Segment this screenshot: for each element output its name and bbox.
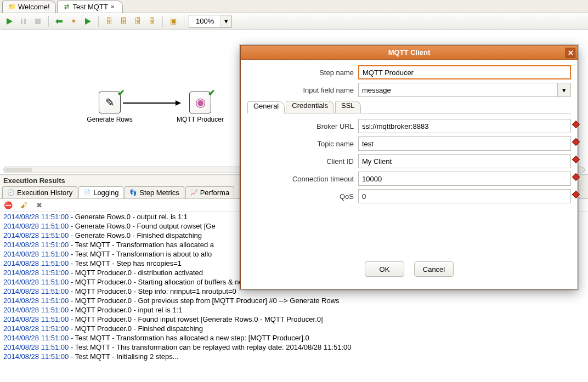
- close-icon: ✕: [568, 49, 574, 57]
- log-line: 2014/08/28 11:51:00 - MQTT Producer.0 - …: [3, 315, 585, 324]
- panel-icon: ▣: [170, 17, 177, 25]
- node-label: Generate Rows: [87, 116, 132, 123]
- tab-label: Test MQTT: [73, 3, 108, 11]
- qos-input[interactable]: [358, 189, 571, 203]
- pause-button[interactable]: [18, 15, 30, 27]
- zoom-value: 100%: [189, 17, 220, 25]
- sql-button[interactable]: 🗄: [132, 15, 144, 27]
- main-toolbar: ✶ 🗄 🗄 🗄 🗄 ▣ 100% ▾: [0, 13, 588, 30]
- client-id-label: Client ID: [247, 157, 358, 166]
- svg-marker-0: [7, 18, 13, 25]
- check-icon: ✔: [208, 88, 215, 98]
- stop-button[interactable]: [32, 15, 44, 27]
- tab-test-mqtt[interactable]: ⇄ Test MQTT ✕: [57, 1, 123, 13]
- chevron-down-icon[interactable]: ▾: [220, 15, 231, 27]
- log-icon: 📄: [83, 189, 91, 197]
- dialog-titlebar[interactable]: MQTT Client ✕: [241, 45, 578, 60]
- chevron-down-icon[interactable]: ▾: [558, 83, 571, 97]
- db-search-icon: 🗄: [149, 17, 156, 25]
- log-tools-button[interactable]: ✖: [34, 201, 44, 210]
- svg-rect-2: [24, 19, 26, 24]
- broker-url-input[interactable]: [358, 119, 571, 133]
- footprint-icon: 👣: [129, 189, 137, 197]
- cancel-button[interactable]: Cancel: [414, 261, 454, 277]
- db-sql-icon: 🗄: [134, 17, 142, 25]
- dialog-title: MQTT Client: [388, 48, 431, 56]
- client-id-input[interactable]: [358, 154, 571, 168]
- swirl-icon: ◉: [195, 95, 206, 110]
- qos-label: QoS: [247, 192, 358, 201]
- bug-icon: ✶: [71, 17, 77, 25]
- tab-step-metrics[interactable]: 👣Step Metrics: [125, 186, 184, 198]
- db-check-icon: 🗄: [120, 17, 127, 25]
- step-name-input[interactable]: [358, 65, 571, 79]
- transformation-icon: ⇄: [63, 3, 71, 11]
- replay-button[interactable]: [82, 15, 94, 27]
- history-icon: 🕘: [7, 189, 15, 197]
- log-line: 2014/08/28 11:51:00 - MQTT Producer.0 - …: [3, 305, 585, 315]
- log-line: 2014/08/28 11:51:00 - Test MQTT - Transf…: [3, 333, 585, 343]
- chart-icon: 📈: [190, 189, 198, 197]
- svg-rect-1: [21, 19, 22, 24]
- svg-rect-3: [35, 19, 41, 24]
- tab-general[interactable]: General: [247, 101, 285, 113]
- step-name-label: Step name: [247, 69, 358, 77]
- topic-name-input[interactable]: [358, 136, 571, 151]
- input-field-name-label: Input field name: [247, 86, 358, 94]
- tab-label: Welcome!: [18, 3, 50, 11]
- node-label: MQTT Producer: [177, 116, 224, 123]
- connection-timeout-input[interactable]: [358, 172, 571, 186]
- log-line: 2014/08/28 11:51:00 - MQTT Producer.0 - …: [3, 296, 585, 305]
- folder-icon: 📁: [8, 3, 16, 11]
- pencil-icon: ✎: [105, 96, 115, 109]
- editor-tabs: 📁 Welcome! ⇄ Test MQTT ✕: [0, 0, 588, 13]
- node-generate-rows[interactable]: ✎✔ Generate Rows: [96, 92, 123, 123]
- ok-button[interactable]: OK: [365, 261, 404, 277]
- connection-timeout-label: Connection timeout: [247, 175, 358, 183]
- clear-log-button[interactable]: ⛔: [3, 201, 13, 210]
- mqtt-client-dialog: MQTT Client ✕ Step name Input field name…: [240, 45, 578, 289]
- explore-button[interactable]: 🗄: [146, 15, 158, 27]
- node-mqtt-producer[interactable]: ◉✔ MQTT Producer: [186, 92, 214, 123]
- tab-logging[interactable]: 📄Logging: [78, 186, 123, 198]
- log-settings-button[interactable]: 🖌: [19, 201, 29, 210]
- impact-button[interactable]: 🗄: [117, 15, 129, 27]
- check-icon: ✔: [117, 88, 125, 98]
- brush-icon: 🖌: [20, 201, 27, 209]
- topic-name-label: Topic name: [247, 140, 358, 148]
- tab-performance-graph[interactable]: 📈Performa: [185, 186, 234, 198]
- broker-url-label: Broker URL: [247, 122, 358, 130]
- tab-credentials[interactable]: Credentials: [286, 101, 334, 113]
- dialog-inner-tabs: General Credentials SSL: [247, 100, 571, 113]
- preview-button[interactable]: [53, 15, 65, 27]
- zoom-combo[interactable]: 100% ▾: [189, 15, 232, 28]
- log-line: 2014/08/28 11:51:00 - MQTT Producer.0 - …: [3, 324, 585, 333]
- show-results-button[interactable]: ▣: [167, 15, 179, 27]
- hop-arrow[interactable]: [123, 102, 180, 104]
- tab-execution-history[interactable]: 🕘Execution History: [2, 186, 77, 198]
- input-field-name-combo[interactable]: [358, 83, 558, 97]
- stop-circle-icon: ⛔: [4, 201, 13, 209]
- tab-welcome[interactable]: 📁 Welcome!: [2, 1, 56, 13]
- tools-icon: ✖: [36, 201, 42, 209]
- verify-button[interactable]: 🗄: [103, 15, 115, 27]
- db-icon: 🗄: [106, 17, 113, 25]
- run-button[interactable]: [3, 15, 15, 27]
- tab-ssl[interactable]: SSL: [335, 101, 361, 113]
- close-button[interactable]: ✕: [566, 48, 575, 58]
- debug-button[interactable]: ✶: [67, 15, 80, 27]
- log-line: 2014/08/28 11:51:00 - Test MQTT - This t…: [3, 343, 585, 352]
- svg-marker-4: [85, 18, 91, 25]
- log-line: 2014/08/28 11:51:00 - Test MQTT - Initia…: [3, 352, 585, 361]
- close-icon[interactable]: ✕: [110, 4, 117, 10]
